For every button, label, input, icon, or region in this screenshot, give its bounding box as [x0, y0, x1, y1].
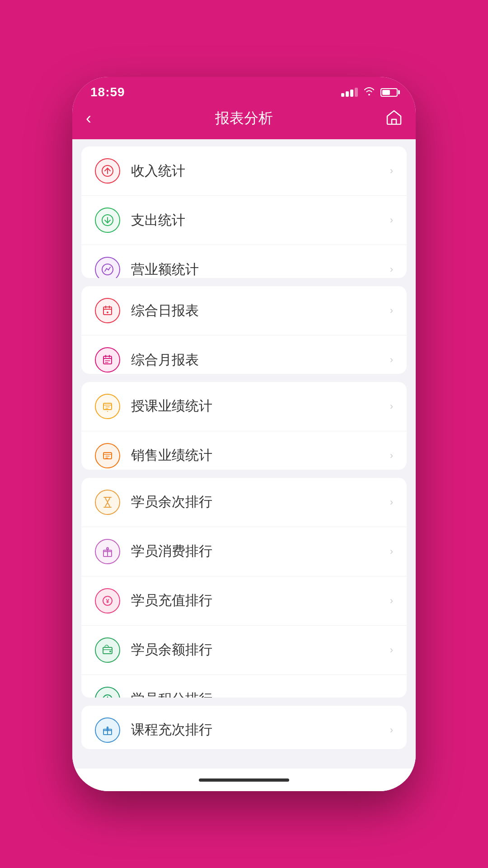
revenue-icon: [95, 257, 120, 278]
home-bar: [72, 769, 416, 791]
chevron-icon: ›: [390, 724, 393, 736]
daily-report-label: 综合日报表: [131, 302, 390, 320]
expense-stats-item[interactable]: 支出统计 ›: [81, 196, 407, 245]
chevron-icon: ›: [390, 305, 393, 316]
monthly-report-icon: [95, 347, 120, 373]
svg-rect-12: [103, 647, 112, 654]
student-remaining-label: 学员余次排行: [131, 493, 390, 511]
chevron-icon: ›: [390, 546, 393, 557]
income-icon: [95, 158, 120, 184]
sales-stats-label: 销售业绩统计: [131, 446, 390, 465]
daily-report-item[interactable]: 综合日报表 ›: [81, 286, 407, 335]
sales-icon: [95, 443, 120, 468]
home-button[interactable]: [375, 109, 402, 128]
svg-point-13: [109, 651, 111, 652]
status-icons: [341, 86, 398, 98]
chevron-icon: ›: [390, 496, 393, 508]
page-title: 报表分析: [113, 108, 375, 128]
sales-stats-item[interactable]: 销售业绩统计 ›: [81, 431, 407, 470]
expense-icon: [95, 208, 120, 233]
chevron-icon: ›: [390, 693, 393, 698]
signal-icon: [341, 88, 358, 97]
student-balance-label: 学员余额排行: [131, 641, 390, 659]
back-button[interactable]: ‹: [86, 109, 113, 128]
svg-point-4: [107, 311, 108, 313]
chevron-icon: ›: [390, 264, 393, 275]
chevron-icon: ›: [390, 354, 393, 366]
svg-text:¥: ¥: [106, 598, 109, 604]
teaching-stats-item[interactable]: 授课业绩统计 ›: [81, 382, 407, 431]
student-recharge-label: 学员充值排行: [131, 591, 390, 610]
status-time: 18:59: [90, 85, 125, 99]
group-reports: 综合日报表 › 综合月报表 ›: [81, 286, 407, 374]
course-recharge-item[interactable]: 课程充次排行 ›: [81, 706, 407, 749]
student-points-item[interactable]: 学员积分排行 ›: [81, 675, 407, 698]
gift2-icon: [95, 717, 120, 743]
wallet-icon: [95, 637, 120, 663]
content-area: 收入统计 › 支出统计 ›: [72, 139, 416, 769]
teaching-stats-label: 授课业绩统计: [131, 397, 390, 415]
revenue-stats-item[interactable]: 营业额统计 ›: [81, 245, 407, 278]
student-balance-item[interactable]: 学员余额排行 ›: [81, 626, 407, 675]
group-stats: 收入统计 › 支出统计 ›: [81, 146, 407, 278]
income-stats-label: 收入统计: [131, 162, 390, 180]
revenue-stats-label: 营业额统计: [131, 260, 390, 278]
expense-stats-label: 支出统计: [131, 211, 390, 230]
chevron-icon: ›: [390, 450, 393, 462]
student-recharge-item[interactable]: ¥ 学员充值排行 ›: [81, 576, 407, 626]
student-consumption-item[interactable]: 学员消费排行 ›: [81, 527, 407, 576]
gift-icon: [95, 539, 120, 564]
chevron-icon: ›: [390, 214, 393, 226]
teaching-icon: [95, 394, 120, 419]
monthly-report-item[interactable]: 综合月报表 ›: [81, 335, 407, 374]
student-points-label: 学员积分排行: [131, 690, 390, 697]
daily-report-icon: [95, 298, 120, 323]
income-stats-item[interactable]: 收入统计 ›: [81, 146, 407, 196]
student-remaining-item[interactable]: 学员余次排行 ›: [81, 478, 407, 527]
voucher-icon: ¥: [95, 588, 120, 613]
group-performance: 授课业绩统计 › 销售业绩统计 ›: [81, 382, 407, 470]
phone-frame: 18:59 ‹ 报表分析: [72, 77, 416, 791]
app-header: ‹ 报表分析: [72, 104, 416, 139]
group-course-ranking: 课程充次排行 ›: [81, 706, 407, 749]
status-bar: 18:59: [72, 77, 416, 104]
course-recharge-label: 课程充次排行: [131, 721, 390, 739]
chevron-icon: ›: [390, 401, 393, 412]
hourglass-icon: [95, 490, 120, 515]
svg-point-7: [107, 411, 108, 412]
wifi-icon: [363, 86, 375, 98]
student-consumption-label: 学员消费排行: [131, 542, 390, 561]
chevron-icon: ›: [390, 644, 393, 656]
home-indicator: [199, 778, 289, 782]
bottom-spacer: [72, 757, 416, 761]
star-icon: [95, 687, 120, 698]
monthly-report-label: 综合月报表: [131, 351, 390, 369]
chevron-icon: ›: [390, 165, 393, 177]
chevron-icon: ›: [390, 595, 393, 607]
svg-rect-3: [103, 307, 112, 315]
group-student-ranking: 学员余次排行 › 学员消费排行 ›: [81, 478, 407, 698]
battery-icon: [380, 88, 398, 97]
